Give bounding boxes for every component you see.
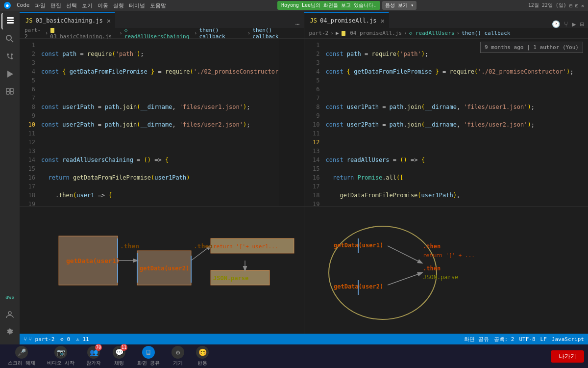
menu-go[interactable]: 이동 bbox=[98, 2, 108, 9]
menu-selection[interactable]: 선택 bbox=[66, 2, 77, 9]
activity-bar-bottom: aws bbox=[1, 289, 18, 342]
left-tab-close[interactable]: ✕ bbox=[107, 17, 111, 25]
code-line: const path = require('path'); bbox=[39, 50, 279, 58]
fn-icon-r: ◇ bbox=[409, 30, 413, 36]
git-branch-status[interactable]: ⑂ ⑂ part-2 bbox=[24, 336, 54, 342]
right-editor-pane: JS 04_promiseAll.js ✕ 🕐 ⑂ ▶ ⊟ part-2 › ▶ bbox=[304, 11, 588, 334]
right-line-numbers: 12345 678910 11 12 131415 1617181920 212… bbox=[304, 39, 324, 206]
taskbar-btn-share[interactable]: 🖥 화면 공유 bbox=[133, 344, 164, 368]
source-control-icon[interactable] bbox=[1, 48, 18, 65]
svg-line-4 bbox=[11, 40, 13, 42]
chat-badge: 11 bbox=[121, 344, 127, 351]
menu-edit[interactable]: 편집 bbox=[50, 2, 61, 9]
svg-point-14 bbox=[8, 312, 11, 315]
video-icon: 📷 bbox=[54, 346, 67, 359]
run-debug-icon[interactable] bbox=[1, 66, 18, 82]
left-line-numbers: 12345 6789 10 1112131415 161718192021 bbox=[20, 39, 39, 206]
code-line: getDataFromFilePromise(user1Path), bbox=[324, 191, 588, 200]
bc-then-r: then() callback bbox=[462, 30, 510, 36]
code-line bbox=[39, 85, 279, 94]
code-line: .then(user1 => { bbox=[39, 191, 279, 200]
exit-button[interactable]: 나가기 bbox=[551, 350, 584, 363]
account-icon[interactable] bbox=[1, 306, 18, 323]
bc-then2: then() callback bbox=[252, 27, 298, 40]
lineending-status[interactable]: LF bbox=[540, 336, 547, 342]
menu-run[interactable]: 실행 bbox=[113, 2, 124, 9]
bc-file: 03_basicChaining.js bbox=[50, 27, 117, 40]
right-diagram-svg: getData(user1) getData(user2) .then retu… bbox=[309, 209, 495, 327]
right-tab-bar: JS 04_promiseAll.js ✕ 🕐 ⑂ ▶ ⊟ bbox=[304, 11, 588, 28]
taskbar-btn-react[interactable]: 😊 반응 bbox=[192, 344, 213, 368]
extensions-icon[interactable] bbox=[1, 83, 18, 100]
explorer-icon[interactable] bbox=[1, 13, 18, 29]
remote-icon[interactable]: aws bbox=[1, 289, 18, 305]
spaces-status[interactable]: 공백: 2 bbox=[494, 336, 514, 343]
left-editor-pane: JS 03_basicChaining.js ✕ ⋯ part-2 › 03_b… bbox=[20, 11, 304, 334]
warnings-status[interactable]: ⚠ 11 bbox=[76, 336, 89, 342]
code-line bbox=[324, 85, 588, 94]
lang-status[interactable]: JavaScript bbox=[552, 336, 584, 342]
svg-text:getData(user1): getData(user1) bbox=[334, 242, 383, 249]
code-line bbox=[324, 138, 588, 147]
activity-bar: aws bbox=[0, 11, 20, 344]
svg-rect-15 bbox=[50, 28, 54, 33]
bc-fn: ◇ readAllUsersChaining bbox=[124, 27, 192, 40]
left-tab-icon: JS bbox=[25, 17, 32, 24]
settings-icon[interactable] bbox=[1, 324, 18, 341]
svg-text:JSON.parse: JSON.parse bbox=[423, 274, 458, 281]
code-line: const { getDataFromFilePromise } = requi… bbox=[324, 67, 588, 76]
history-icon[interactable]: 🕐 bbox=[552, 20, 560, 28]
svg-line-39 bbox=[388, 273, 422, 285]
svg-text:.then: .then bbox=[194, 242, 213, 250]
search-icon[interactable] bbox=[1, 30, 18, 47]
code-line: const user2Path = path.join(__dirname, '… bbox=[39, 120, 279, 129]
svg-marker-9 bbox=[7, 71, 13, 78]
git-blame-tooltip: 9 months ago | 1 author (You) bbox=[480, 42, 583, 53]
run-icon[interactable]: ▶ bbox=[572, 20, 576, 28]
cursor-icon: ▶ bbox=[336, 30, 339, 36]
taskbar-btn-devices[interactable]: ⚙ 기기 bbox=[168, 344, 188, 368]
left-code-editor: 12345 6789 10 1112131415 161718192021 co… bbox=[20, 39, 304, 206]
errors-status[interactable]: ⊘ 0 bbox=[60, 336, 70, 342]
top-bar-left: ● Code 파일 편집 선택 보기 이동 실행 터미널 도움말 bbox=[4, 2, 166, 9]
menu-terminal[interactable]: 터미널 bbox=[129, 2, 145, 9]
window-controls[interactable]: ⊟ ⊡ ✕ bbox=[569, 3, 584, 8]
share-icon: 🖥 bbox=[142, 346, 155, 359]
svg-text:.then: .then bbox=[120, 242, 139, 250]
right-editor-scroll[interactable]: 12345 678910 11 12 131415 1617181920 212… bbox=[304, 39, 588, 206]
right-tab-active[interactable]: JS 04_promiseAll.js ✕ bbox=[304, 12, 389, 28]
participants-icon: 👥 70 bbox=[87, 346, 100, 359]
fork-icon[interactable]: ⑂ bbox=[564, 20, 568, 28]
svg-rect-0 bbox=[7, 17, 14, 19]
menu-view[interactable]: 보기 bbox=[82, 2, 93, 9]
taskbar-btn-mute[interactable]: 🎤 스크리 해제 bbox=[4, 344, 39, 368]
svg-point-3 bbox=[6, 35, 11, 40]
split-editors: JS 03_basicChaining.js ✕ ⋯ part-2 › 03_b… bbox=[20, 11, 588, 334]
svg-point-5 bbox=[7, 53, 9, 55]
right-tab-close[interactable]: ✕ bbox=[381, 17, 385, 25]
bc-fn-r: ◇ readAllUsers bbox=[409, 30, 455, 36]
notification-btn[interactable]: 음성 보기 ▾ bbox=[382, 1, 416, 10]
taskbar-btn-chat[interactable]: 💬 11 채팅 bbox=[109, 344, 129, 368]
mute-label: 스크리 해제 bbox=[8, 360, 35, 367]
react-label: 반응 bbox=[197, 360, 207, 367]
left-diagram-svg: getData(user1) getData(user2) return '['… bbox=[39, 211, 304, 329]
menu-file[interactable]: 파일 bbox=[35, 2, 46, 9]
devices-label: 기기 bbox=[173, 360, 183, 367]
right-code-editor: 12345 678910 11 12 131415 1617181920 212… bbox=[304, 39, 588, 206]
svg-text:.then: .then bbox=[423, 243, 441, 250]
menu-help[interactable]: 도움말 bbox=[150, 2, 166, 9]
menu-code[interactable]: Code bbox=[17, 2, 30, 9]
left-tab-active[interactable]: JS 03_basicChaining.js ✕ bbox=[20, 12, 115, 28]
taskbar-btn-participants[interactable]: 👥 70 참가자 bbox=[82, 344, 105, 368]
encoding-status[interactable]: UTF-8 bbox=[519, 336, 535, 342]
code-line: const { getDataFromFilePromise } = requi… bbox=[39, 67, 279, 76]
code-line: const readAllUsers = () => { bbox=[324, 156, 588, 164]
left-editor-scroll[interactable]: 12345 6789 10 1112131415 161718192021 co… bbox=[20, 39, 304, 206]
left-minimap bbox=[279, 39, 304, 206]
code-line: return Promise.all([ bbox=[324, 173, 588, 182]
chat-icon: 💬 11 bbox=[113, 346, 125, 359]
taskbar-btn-video[interactable]: 📷 비디오 시작 bbox=[43, 344, 78, 368]
screen-share-status[interactable]: 화면 공유 bbox=[464, 336, 489, 343]
split-icon[interactable]: ⊟ bbox=[580, 20, 584, 28]
